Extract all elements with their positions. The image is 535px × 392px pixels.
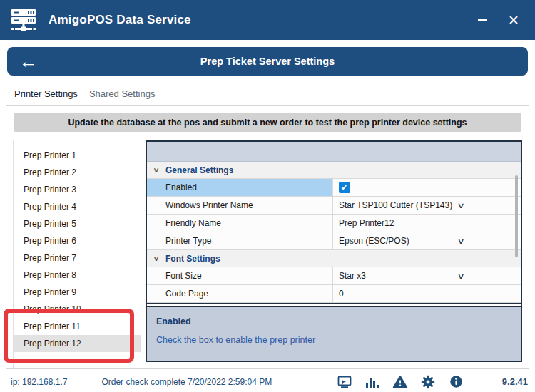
gear-icon[interactable] (420, 374, 436, 390)
list-item[interactable]: Prep Printer 6 (14, 232, 141, 249)
property-grid: ∨ General Settings Enabled ✓ Windows Pri… (146, 140, 522, 362)
status-message: Order check complete 7/20/2022 2:59:04 P… (101, 377, 272, 387)
page-title: Prep Ticket Server Settings (7, 56, 528, 67)
font-size-dropdown[interactable]: Star x3 ∨ (333, 267, 521, 284)
list-item[interactable]: Prep Printer 7 (14, 249, 141, 267)
row-friendly-name[interactable]: Friendly Name Prep Printer12 (147, 215, 521, 232)
status-bar: ip: 192.168.1.7 Order check complete 7/2… (0, 371, 535, 392)
row-code-page[interactable]: Code Page 0 (147, 285, 521, 303)
remote-display-icon[interactable] (337, 374, 352, 390)
section-general-settings[interactable]: ∨ General Settings (147, 162, 521, 179)
page-header: ← Prep Ticket Server Settings (7, 47, 528, 76)
list-item[interactable]: Prep Printer 3 (14, 181, 141, 198)
list-item[interactable]: Prep Printer 10 (14, 301, 141, 318)
warning-icon[interactable] (392, 374, 408, 390)
close-icon: ✕ (508, 14, 519, 27)
section-font-settings[interactable]: ∨ Font Settings (147, 250, 521, 267)
list-item[interactable]: Prep Printer 1 (14, 147, 141, 164)
chevron-down-icon: ∨ (144, 166, 168, 174)
row-printer-type[interactable]: Printer Type Epson (ESC/POS) ∨ (147, 232, 521, 250)
app-title: AmigoPOS Data Service (49, 13, 191, 27)
row-windows-printer-name[interactable]: Windows Printer Name Star TSP100 Cutter … (147, 197, 521, 215)
version-label: 9.2.41 (502, 376, 528, 387)
chevron-down-icon: ∨ (457, 237, 464, 246)
row-font-size[interactable]: Font Size Star x3 ∨ (147, 267, 521, 285)
chevron-down-icon: ∨ (457, 272, 464, 281)
list-item[interactable]: Prep Printer 5 (14, 215, 141, 232)
list-item[interactable]: Prep Printer 8 (14, 267, 141, 284)
enabled-checkbox[interactable]: ✓ (339, 182, 350, 193)
close-button[interactable]: ✕ (498, 0, 529, 40)
list-item[interactable]: Prep Printer 9 (14, 284, 141, 301)
list-item[interactable]: Prep Printer 11 (14, 318, 141, 335)
minimize-icon (478, 19, 487, 21)
grid-scrollbar-thumb[interactable] (515, 175, 518, 257)
description-title: Enabled (156, 316, 521, 326)
description-text: Check the box to enable the prep printer (156, 335, 521, 345)
instruction-banner: Update the database at the pos and submi… (14, 113, 521, 132)
printer-type-dropdown[interactable]: Epson (ESC/POS) ∨ (333, 232, 521, 249)
code-page-field[interactable]: 0 (333, 285, 521, 302)
minimize-button[interactable] (467, 0, 498, 40)
server-network-icon (10, 7, 37, 33)
window-controls: ✕ (467, 0, 529, 40)
list-item[interactable]: Prep Printer 4 (14, 198, 141, 215)
tab-printer-settings[interactable]: Printer Settings (14, 86, 78, 107)
title-bar: AmigoPOS Data Service ✕ (0, 0, 535, 40)
bar-chart-icon[interactable] (365, 374, 380, 390)
friendly-name-field[interactable]: Prep Printer12 (333, 215, 521, 232)
chevron-down-icon: ∨ (457, 201, 464, 210)
tab-shared-settings[interactable]: Shared Settings (89, 86, 156, 107)
list-item[interactable]: Prep Printer 2 (14, 164, 141, 181)
list-item-selected[interactable]: Prep Printer 12 (14, 335, 141, 352)
ip-address-label: ip: 192.168.1.7 (11, 377, 67, 387)
grid-header-row (147, 142, 521, 162)
checkmark-icon: ✓ (341, 182, 348, 192)
tab-strip: Printer Settings Shared Settings (14, 86, 155, 107)
printer-list: Prep Printer 1 Prep Printer 2 Prep Print… (13, 140, 141, 368)
app-window: AmigoPOS Data Service ✕ ← Prep Ticket Se… (0, 0, 535, 392)
content-panel: Update the database at the pos and submi… (6, 105, 529, 369)
chevron-down-icon: ∨ (144, 254, 168, 262)
windows-printer-name-dropdown[interactable]: Star TSP100 Cutter (TSP143) ∨ (333, 197, 521, 214)
status-icon-group (337, 374, 464, 390)
property-description-panel: Enabled Check the box to enable the prep… (147, 307, 521, 361)
row-enabled[interactable]: Enabled ✓ (147, 179, 521, 197)
info-icon[interactable] (448, 374, 464, 390)
